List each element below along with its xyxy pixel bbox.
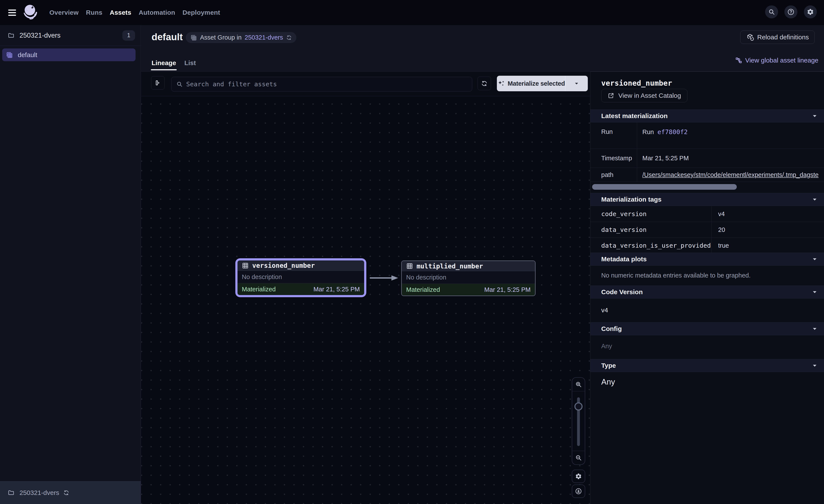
row-label: path (601, 171, 613, 178)
config-value: Any (601, 343, 612, 350)
search-icon (768, 8, 775, 15)
tag-value: 20 (718, 226, 725, 233)
materialized-status: Materialized (406, 286, 440, 293)
asset-search-input[interactable] (186, 81, 467, 88)
dagster-app: Overview Runs Assets Automation Deployme… (0, 0, 824, 504)
asset-status-footer: Materialized Mar 21, 5:25 PM (237, 283, 364, 295)
top-nav-bar: Overview Runs Assets Automation Deployme… (0, 0, 824, 25)
run-id-link[interactable]: ef7800f2 (657, 128, 688, 136)
lineage-edge-arrow (370, 274, 398, 282)
table-row-run: Run Run ef7800f2 (590, 123, 824, 149)
zoom-slider (572, 391, 585, 451)
row-label: Run (601, 128, 613, 135)
hamburger-bar (8, 12, 16, 13)
sidebar-item-default-group[interactable]: default (2, 48, 135, 61)
search-button[interactable] (765, 5, 778, 18)
sync-icon (286, 35, 292, 41)
caret-down-icon (574, 81, 579, 86)
folder-icon (8, 32, 15, 39)
zoom-out-icon (575, 454, 582, 461)
expand-sidebar-panel-button[interactable] (151, 76, 165, 90)
nav-item-automation[interactable]: Automation (138, 9, 175, 16)
table-row-path: path /Users/smackesey/stm/code/elementl/… (590, 168, 824, 182)
sidebar-footer-code-location[interactable]: 250321-dvers (0, 481, 141, 504)
materialized-timestamp: Mar 21, 5:25 PM (313, 286, 360, 293)
nav-item-deployment[interactable]: Deployment (183, 9, 220, 16)
dagster-logo-icon[interactable] (22, 4, 38, 20)
reload-definitions-icon (746, 33, 754, 41)
folder-icon (8, 489, 15, 496)
code-version-value: v4 (601, 306, 608, 314)
tab-lineage[interactable]: Lineage (151, 59, 176, 72)
caret-down-icon (811, 113, 818, 119)
reload-definitions-button[interactable]: Reload definitions (740, 30, 815, 44)
section-metadata-plots[interactable]: Metadata plots (590, 253, 824, 266)
sparkle-icon (497, 80, 505, 88)
download-icon (575, 488, 582, 495)
menu-hamburger-button[interactable] (6, 7, 18, 18)
tag-key: data_version (601, 226, 647, 233)
asset-count-badge: 1 (122, 30, 135, 41)
asset-group-badge[interactable]: Asset Group in 250321-dvers (186, 32, 296, 43)
tag-row: data_version 20 (590, 222, 824, 238)
code-location-name: 250321-dvers (19, 31, 122, 39)
asset-node-header: multiplied_number (402, 261, 535, 271)
section-heading: Materialization tags (601, 196, 661, 203)
materialize-selected-button[interactable]: Materialize selected (497, 76, 588, 91)
panel-expand-icon (154, 79, 162, 87)
asset-node-multiplied-number[interactable]: multiplied_number No description Materia… (401, 260, 536, 296)
sidebar-item-label: default (18, 51, 37, 58)
reload-definitions-label: Reload definitions (757, 33, 809, 41)
lineage-toolbar: Materialize selected (141, 72, 590, 96)
asset-node-versioned-number[interactable]: versioned_number No description Material… (237, 260, 364, 295)
asset-groups-sidebar: 250321-dvers 1 default 250321-dvers (0, 25, 141, 504)
view-global-label: View global asset lineage (745, 57, 818, 64)
badge-prefix-text: Asset Group in (200, 34, 241, 41)
run-prefix: Run (642, 128, 654, 135)
zoom-in-button[interactable] (572, 378, 585, 391)
table-icon (242, 262, 249, 269)
tag-row: code_version v4 (590, 206, 824, 222)
nav-item-overview[interactable]: Overview (49, 9, 79, 16)
materialization-tags-table: code_version v4 data_version 20 data_ver… (590, 206, 824, 254)
help-button[interactable] (785, 5, 797, 18)
badge-code-location-link[interactable]: 250321-dvers (245, 34, 283, 41)
refresh-graph-button[interactable] (478, 77, 491, 90)
zoom-out-button[interactable] (572, 451, 585, 465)
asset-description: No description (402, 271, 535, 284)
tag-key: code_version (601, 210, 647, 218)
view-global-asset-lineage-link[interactable]: View global asset lineage (735, 57, 818, 64)
nav-item-runs[interactable]: Runs (86, 9, 102, 16)
view-in-asset-catalog-label: View in Asset Catalog (618, 92, 681, 99)
lineage-canvas[interactable]: versioned_number No description Material… (141, 96, 590, 504)
section-heading: Type (601, 362, 616, 369)
user-settings-button[interactable] (804, 5, 817, 18)
tab-list[interactable]: List (184, 59, 196, 72)
asset-description: No description (237, 271, 364, 283)
path-link[interactable]: /Users/smackesey/stm/code/elementl/exper… (642, 171, 819, 178)
view-in-asset-catalog-button[interactable]: View in Asset Catalog (601, 89, 687, 102)
zoom-slider-knob[interactable] (575, 402, 583, 410)
section-latest-materialization[interactable]: Latest materialization (590, 109, 824, 122)
hamburger-bar (8, 15, 16, 16)
section-type[interactable]: Type (590, 359, 824, 372)
materialize-dropdown-toggle[interactable] (565, 76, 588, 91)
section-heading: Latest materialization (601, 112, 668, 120)
sidebar-code-location-row[interactable]: 250321-dvers 1 (0, 25, 141, 46)
download-image-button[interactable] (572, 485, 585, 498)
section-config[interactable]: Config (590, 322, 824, 335)
scrollbar-thumb[interactable] (592, 184, 737, 190)
nav-item-assets[interactable]: Assets (110, 9, 131, 16)
graph-settings-button[interactable] (572, 470, 585, 483)
asset-search-box (171, 77, 472, 92)
section-materialization-tags[interactable]: Materialization tags (590, 193, 824, 206)
caret-down-icon (811, 289, 818, 295)
page-title: default (151, 31, 183, 42)
footer-code-location-name: 250321-dvers (19, 489, 59, 496)
page-header: default Asset Group in 250321-dvers Relo… (141, 25, 824, 72)
section-heading: Config (601, 325, 622, 333)
lineage-graph-icon (735, 57, 742, 64)
tag-value: v4 (718, 211, 725, 218)
section-code-version[interactable]: Code Version (590, 285, 824, 298)
caret-down-icon (811, 362, 818, 369)
